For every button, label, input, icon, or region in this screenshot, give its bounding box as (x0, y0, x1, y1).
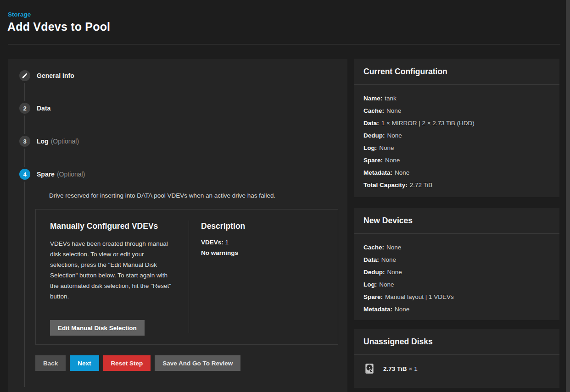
step4-label: Spare (37, 171, 55, 178)
device-row-value: None (395, 306, 409, 313)
config-row-label: Metadata: (363, 169, 392, 176)
disk-count-label: × 1 (409, 365, 418, 372)
unassigned-disks-title: Unassigned Disks (363, 337, 433, 347)
config-row: Total Capacity:2.72 TiB (363, 179, 550, 191)
config-row-label: Name: (363, 95, 382, 102)
device-row: Dedup:None (363, 266, 550, 278)
config-row: Cache:None (363, 105, 550, 117)
edit-manual-disk-selection-button[interactable]: Edit Manual Disk Selection (50, 320, 145, 336)
wizard-panel: General Info 2 Data 3 Log(Optional) 4 Sp… (8, 59, 347, 392)
device-row: Log:None (363, 278, 550, 291)
spare-step-description: Drive reserved for inserting into DATA p… (49, 192, 334, 199)
device-row-value: Manual layout | 1 VDEVs (385, 293, 454, 300)
new-devices-panel: New Devices Cache:None Data:None Dedup:N… (354, 208, 559, 320)
config-row: Metadata:None (363, 166, 550, 179)
step1-label: General Info (37, 72, 74, 79)
stepper-connector (24, 149, 25, 167)
unassigned-disk-row: 2.73 TiB× 1 (354, 355, 559, 382)
device-row-label: Dedup: (363, 269, 385, 276)
step3-optional: (Optional) (51, 138, 79, 145)
new-devices-title: New Devices (363, 216, 413, 226)
breadcrumb-storage-link[interactable]: Storage (8, 11, 31, 18)
config-row-value: None (387, 132, 402, 139)
device-row-value: None (381, 256, 396, 263)
device-row-label: Spare: (363, 293, 383, 300)
config-row: Spare:None (363, 154, 550, 166)
reset-step-button[interactable]: Reset Step (103, 355, 151, 371)
manual-vdevs-card: Manually Configured VDEVs VDEVs have bee… (35, 209, 338, 345)
step4-indicator: 4 (19, 169, 30, 180)
config-row-value: 2.72 TiB (410, 182, 433, 188)
step-log[interactable]: 3 Log(Optional) (19, 136, 79, 147)
config-row: Log:None (363, 142, 550, 154)
device-row: Data:None (363, 254, 550, 266)
current-configuration-panel: Current Configuration Name:tank Cache:No… (354, 59, 559, 197)
back-button[interactable]: Back (35, 355, 66, 371)
device-row-value: None (387, 269, 402, 276)
page-title: Add Vdevs to Pool (7, 20, 110, 33)
unassigned-disks-header: Unassigned Disks (354, 329, 559, 355)
unassigned-disks-panel: Unassigned Disks 2.73 TiB× 1 (354, 329, 559, 388)
new-devices-rows: Cache:None Data:None Dedup:None Log:None… (354, 234, 559, 319)
card-vertical-divider (189, 221, 189, 333)
description-title: Description (201, 221, 245, 231)
manual-card-body: VDEVs have been created through manual d… (50, 238, 175, 302)
device-row-label: Metadata: (363, 306, 392, 313)
step4-optional: (Optional) (57, 171, 85, 178)
config-row-value: tank (385, 95, 397, 102)
device-row-label: Log: (363, 281, 377, 288)
config-row-label: Log: (363, 144, 377, 151)
config-row-label: Total Capacity: (363, 182, 408, 188)
edit-icon (22, 72, 28, 79)
step2-indicator: 2 (19, 103, 30, 114)
warnings-line: No warnings (201, 249, 238, 256)
config-row: Dedup:None (363, 129, 550, 142)
header-divider (8, 44, 560, 44)
vdevs-count-label: VDEVs: (201, 239, 224, 246)
config-row: Name:tank (363, 92, 550, 105)
wizard-actions: Back Next Reset Step Save And Go To Revi… (35, 355, 240, 371)
config-row-value: None (379, 144, 394, 151)
step2-label: Data (37, 105, 50, 112)
device-row: Spare:Manual layout | 1 VDEVs (363, 291, 550, 303)
disk-size-label: 2.73 TiB (383, 365, 407, 372)
page-scrollbar-track (566, 0, 570, 392)
harddisk-icon (363, 363, 375, 375)
step3-indicator: 3 (19, 136, 30, 147)
step1-indicator (19, 70, 30, 81)
vdevs-count-line: VDEVs: 1 (201, 239, 229, 246)
config-row-value: None (395, 169, 409, 176)
save-and-go-to-review-button[interactable]: Save And Go To Review (155, 355, 240, 371)
stepper-connector (24, 116, 25, 134)
next-button[interactable]: Next (70, 355, 99, 371)
config-row-value: None (386, 107, 401, 114)
config-row: Data:1 × MIRROR | 2 × 2.73 TiB (HDD) (363, 117, 550, 129)
config-row-value: None (385, 157, 400, 164)
current-configuration-rows: Name:tank Cache:None Data:1 × MIRROR | 2… (354, 85, 559, 195)
device-row-label: Cache: (363, 244, 384, 251)
device-row-value: None (386, 244, 401, 251)
current-configuration-title: Current Configuration (363, 67, 447, 77)
vdevs-count-value: 1 (225, 239, 229, 246)
manual-card-title: Manually Configured VDEVs (50, 221, 158, 231)
current-configuration-header: Current Configuration (354, 59, 559, 85)
device-row: Cache:None (363, 241, 550, 254)
add-vdevs-page: Storage Add Vdevs to Pool General Info 2… (0, 0, 570, 392)
new-devices-header: New Devices (354, 208, 559, 234)
device-row-label: Data: (363, 256, 379, 263)
config-row-label: Dedup: (363, 132, 385, 139)
step-general-info[interactable]: General Info (19, 70, 74, 81)
device-row: Metadata:None (363, 303, 550, 315)
step-data[interactable]: 2 Data (19, 103, 50, 114)
page-scrollbar-thumb[interactable] (566, 0, 570, 392)
stepper-connector (24, 83, 25, 101)
config-row-label: Data: (363, 120, 379, 127)
step3-label: Log (37, 138, 49, 145)
config-row-value: 1 × MIRROR | 2 × 2.73 TiB (HDD) (381, 120, 475, 127)
config-row-label: Cache: (363, 107, 384, 114)
stepper-connector (24, 182, 25, 387)
step-spare[interactable]: 4 Spare(Optional) (19, 169, 85, 180)
device-row-value: None (379, 281, 394, 288)
config-row-label: Spare: (363, 157, 383, 164)
